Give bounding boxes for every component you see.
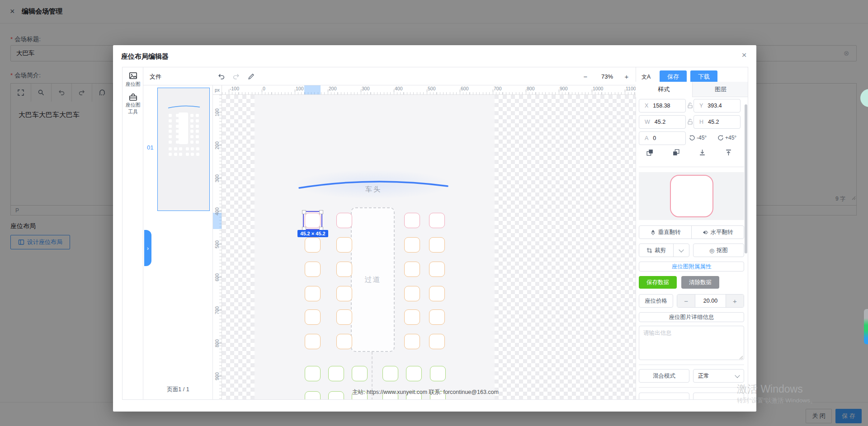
seat[interactable] bbox=[352, 366, 368, 381]
seat[interactable] bbox=[305, 366, 321, 381]
crop-dropdown-button[interactable] bbox=[674, 244, 689, 257]
seat[interactable] bbox=[404, 334, 420, 349]
move-to-bottom-button[interactable] bbox=[698, 149, 706, 158]
seat[interactable] bbox=[404, 213, 420, 228]
flip-group: 垂直翻转 水平翻转 bbox=[639, 225, 744, 239]
ruler-label: 200 bbox=[214, 139, 221, 152]
seat-attributes-link[interactable]: 座位图附属属性 bbox=[639, 262, 744, 272]
price-minus-button[interactable]: − bbox=[677, 295, 695, 307]
tab-style[interactable]: 样式 bbox=[636, 82, 692, 97]
flip-horizontal-button[interactable]: 水平翻转 bbox=[692, 226, 744, 239]
screen: × 编辑会场管理 *会场标题: ⊗ *会场简介: ± 大巴车大巴车大巴车 9 字… bbox=[0, 0, 868, 426]
seat[interactable] bbox=[336, 334, 352, 349]
blend-mode-select[interactable]: 正常 bbox=[693, 369, 744, 383]
seatmap-tab[interactable] bbox=[128, 71, 137, 80]
seat[interactable] bbox=[406, 366, 422, 381]
price-plus-button[interactable]: + bbox=[726, 295, 744, 307]
seat[interactable] bbox=[305, 262, 321, 277]
seat[interactable] bbox=[336, 237, 352, 253]
seat[interactable] bbox=[429, 309, 445, 325]
translate-icon[interactable]: 文A bbox=[642, 73, 651, 81]
x-input[interactable]: X158.38 bbox=[639, 99, 686, 112]
price-value[interactable]: 20.00 bbox=[695, 295, 726, 307]
save-data-button[interactable]: 保存数据 bbox=[639, 276, 677, 289]
bring-forward-icon bbox=[646, 149, 654, 156]
seat[interactable] bbox=[336, 286, 352, 301]
selection-handle[interactable] bbox=[302, 210, 306, 214]
seat[interactable] bbox=[336, 213, 352, 228]
ruler-label: 700 bbox=[494, 86, 502, 91]
h-input[interactable]: H45.2 bbox=[693, 115, 741, 129]
clear-data-button[interactable]: 清除数据 bbox=[681, 276, 719, 289]
editor-save-button[interactable]: 保存 bbox=[660, 70, 687, 83]
seat-layout-editor-modal: 座位布局编辑器 × 座位图 座位图工具 文件 − 73% + bbox=[113, 45, 756, 412]
seat[interactable] bbox=[404, 262, 420, 277]
seat[interactable] bbox=[336, 309, 352, 325]
bring-forward-button[interactable] bbox=[646, 149, 654, 158]
design-canvas[interactable]: 车头 过道 45.2 × 45.2 主站: https://www.xunyei… bbox=[222, 95, 636, 400]
seat[interactable] bbox=[305, 237, 321, 253]
y-input[interactable]: Y393.4 bbox=[693, 99, 741, 112]
thumbnail-seat bbox=[196, 147, 199, 150]
seat[interactable] bbox=[429, 262, 445, 277]
seat[interactable] bbox=[305, 334, 321, 349]
thumbnail-seat bbox=[176, 119, 179, 122]
seat[interactable] bbox=[328, 366, 344, 381]
move-to-top-button[interactable] bbox=[725, 149, 732, 158]
seat[interactable] bbox=[429, 213, 445, 228]
seatmap-tools-tab[interactable] bbox=[128, 93, 137, 102]
zoom-out-button[interactable]: − bbox=[580, 71, 591, 81]
pen-button[interactable] bbox=[247, 73, 255, 82]
ruler-label: 500 bbox=[428, 86, 436, 91]
selection-handle[interactable] bbox=[319, 210, 323, 214]
blend-mode-label: 混合模式 bbox=[639, 369, 689, 383]
lock-xy-icon[interactable] bbox=[687, 102, 693, 110]
seat[interactable] bbox=[305, 309, 321, 325]
cutout-button[interactable]: ◎ 抠图 bbox=[693, 243, 744, 257]
thumbnail-seat bbox=[179, 147, 182, 150]
seat[interactable] bbox=[404, 286, 420, 301]
crop-button[interactable]: 裁剪 bbox=[639, 244, 674, 257]
thumbnail-seat bbox=[174, 153, 177, 156]
toolbox-icon bbox=[129, 93, 137, 102]
ruler-label: 1100 bbox=[626, 86, 636, 91]
zoom-in-button[interactable]: + bbox=[621, 71, 632, 81]
selection-box[interactable] bbox=[303, 211, 322, 230]
rotate-cw-button[interactable]: +45° bbox=[717, 135, 736, 141]
tab-layer[interactable]: 图层 bbox=[692, 82, 748, 97]
angle-input[interactable]: A0 bbox=[639, 131, 686, 145]
seat[interactable] bbox=[305, 286, 321, 301]
panel-scrollbar[interactable] bbox=[745, 104, 747, 253]
modal-close-icon[interactable]: × bbox=[739, 50, 750, 61]
lock-wh-icon[interactable] bbox=[687, 118, 693, 126]
w-input[interactable]: W45.2 bbox=[639, 115, 686, 129]
page-thumbnail[interactable] bbox=[157, 88, 210, 211]
seat[interactable] bbox=[404, 237, 420, 253]
flip-vertical-button[interactable]: 垂直翻转 bbox=[639, 226, 692, 239]
seat-detail-button[interactable]: 座位图片详细信息 bbox=[639, 312, 744, 322]
seat[interactable] bbox=[429, 334, 445, 349]
editor-download-button[interactable]: 下载 bbox=[690, 70, 717, 83]
send-backward-button[interactable] bbox=[672, 149, 680, 158]
seat[interactable] bbox=[429, 286, 445, 301]
redo-button[interactable] bbox=[232, 73, 240, 82]
flip-vertical-icon bbox=[650, 229, 656, 235]
seat[interactable] bbox=[382, 366, 398, 381]
thumbnail-seat bbox=[169, 130, 172, 133]
rotate-ccw-button[interactable]: -45° bbox=[689, 135, 707, 141]
ruler-label: 500 bbox=[214, 238, 221, 251]
panel-divider-line bbox=[639, 167, 744, 167]
file-menu[interactable]: 文件 bbox=[150, 73, 161, 81]
seat-info-textarea[interactable] bbox=[639, 326, 744, 360]
textarea-resize-icon[interactable] bbox=[739, 356, 743, 360]
seat-shape-preview bbox=[670, 175, 713, 217]
seat[interactable] bbox=[404, 309, 420, 325]
seat[interactable] bbox=[336, 262, 352, 277]
seat[interactable] bbox=[429, 237, 445, 253]
panel-collapse-tab[interactable]: › bbox=[144, 230, 151, 266]
thumbnail-seat bbox=[196, 119, 199, 122]
seat[interactable] bbox=[430, 366, 446, 381]
clipped-control[interactable] bbox=[639, 393, 689, 400]
undo-button[interactable] bbox=[217, 73, 225, 82]
side-widget-bar[interactable] bbox=[864, 309, 868, 344]
